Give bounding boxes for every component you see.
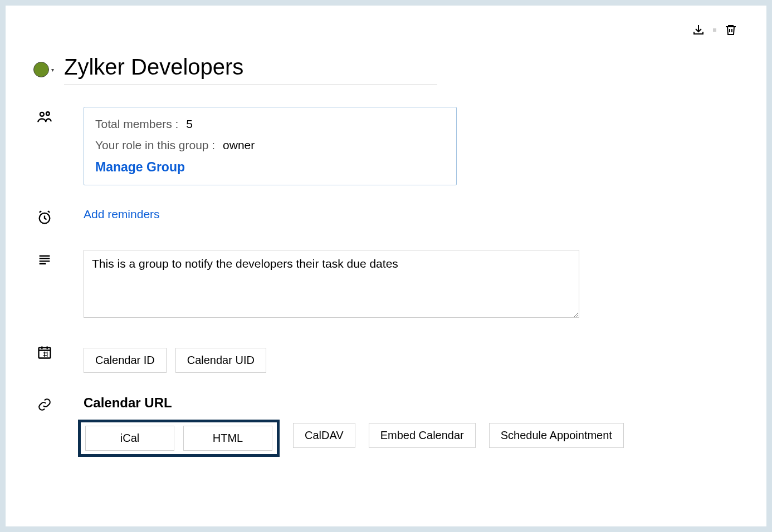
calendar-url-heading: Calendar URL <box>84 395 739 411</box>
header-row: ▾ Zylker Developers <box>33 55 739 85</box>
calendar-hash-icon <box>37 344 52 362</box>
lines-icon <box>37 252 52 270</box>
members-line: Total members : 5 <box>95 117 445 131</box>
caldav-button[interactable]: CalDAV <box>293 423 355 448</box>
group-info-section: Total members : 5 Your role in this grou… <box>33 107 739 185</box>
download-icon[interactable] <box>691 22 706 38</box>
schedule-appointment-button[interactable]: Schedule Appointment <box>489 423 624 448</box>
ical-button[interactable]: iCal <box>85 426 174 451</box>
link-icon <box>37 397 52 414</box>
role-line: Your role in this group : owner <box>95 139 445 152</box>
reminders-section: Add reminders <box>33 208 739 228</box>
color-picker[interactable]: ▾ <box>33 62 54 77</box>
calendar-url-section: Calendar URL iCal HTML CalDAV Embed Cale… <box>33 395 739 457</box>
separator-dot <box>713 28 716 32</box>
chevron-down-icon: ▾ <box>51 67 54 73</box>
people-icon <box>37 109 52 127</box>
manage-group-link[interactable]: Manage Group <box>95 160 185 174</box>
html-button[interactable]: HTML <box>183 426 272 451</box>
embed-calendar-button[interactable]: Embed Calendar <box>369 423 476 448</box>
group-info-box: Total members : 5 Your role in this grou… <box>84 107 457 185</box>
calendar-uid-button[interactable]: Calendar UID <box>175 348 266 373</box>
members-label: Total members : <box>95 117 178 130</box>
calendar-id-button[interactable]: Calendar ID <box>84 348 167 373</box>
color-indicator-circle[interactable] <box>33 62 49 77</box>
top-actions <box>691 22 739 38</box>
calendar-ids-section: Calendar ID Calendar UID <box>33 342 739 373</box>
members-value: 5 <box>186 117 193 130</box>
description-textarea[interactable] <box>84 250 579 318</box>
page-title: Zylker Developers <box>64 55 437 85</box>
description-section <box>33 250 739 320</box>
alarm-icon <box>37 210 52 228</box>
trash-icon[interactable] <box>723 22 739 38</box>
group-settings-page: ▾ Zylker Developers Total members : 5 <box>6 6 766 526</box>
svg-point-0 <box>40 112 44 116</box>
role-label: Your role in this group : <box>95 139 215 151</box>
svg-point-1 <box>46 112 50 115</box>
highlighted-url-buttons: iCal HTML <box>78 420 280 457</box>
add-reminders-link[interactable]: Add reminders <box>84 208 160 220</box>
role-value: owner <box>223 139 255 151</box>
